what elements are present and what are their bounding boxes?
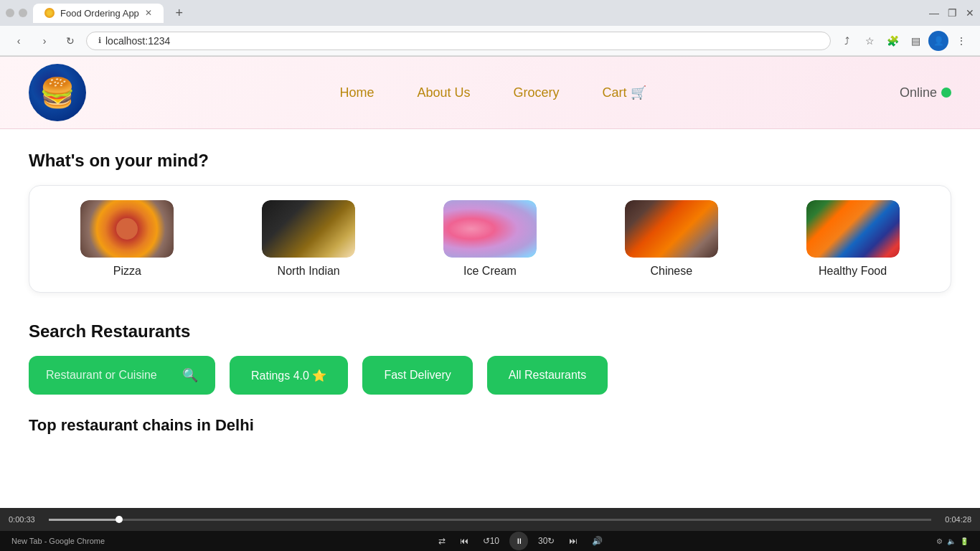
forward-button[interactable]: › (34, 31, 55, 51)
ice-cream-image-wrapper (443, 200, 537, 258)
healthy-label: Healthy Food (819, 265, 887, 278)
nav-home[interactable]: Home (339, 85, 374, 100)
top-restaurants-title: Top restaurant chains in Delhi (29, 416, 951, 435)
browser-titlebar: Food Ordering App ✕ + — ❐ ✕ (0, 0, 980, 26)
pizza-image-wrapper (80, 200, 174, 258)
online-label: Online (900, 85, 937, 100)
chinese-image-wrapper (625, 200, 718, 258)
maximize-dot (19, 9, 27, 17)
category-healthy[interactable]: Healthy Food (799, 200, 907, 278)
search-title: Search Restaurants (29, 321, 951, 342)
navbar: 🍔 Home About Us Grocery Cart 🛒 Online (0, 57, 980, 129)
nav-grocery[interactable]: Grocery (514, 85, 560, 100)
healthy-image-wrapper (806, 200, 900, 258)
nav-about[interactable]: About Us (417, 85, 470, 100)
logo-icon: 🍔 (39, 78, 75, 107)
browser-chrome: Food Ordering App ✕ + — ❐ ✕ ‹ › ↻ ℹ loca… (0, 0, 980, 57)
search-placeholder: Restaurant or Cuisine (46, 369, 175, 382)
ice-cream-label: Ice Cream (463, 265, 517, 278)
online-dot (941, 88, 951, 98)
ice-cream-image (443, 200, 537, 258)
north-indian-image-wrapper (262, 200, 355, 258)
window-close-btn[interactable]: ✕ (966, 7, 974, 19)
window-minimize-btn[interactable]: — (929, 7, 939, 19)
nav-links: Home About Us Grocery Cart 🛒 (339, 85, 646, 100)
north-indian-image (262, 200, 355, 258)
all-restaurants-button[interactable]: All Restaurants (487, 356, 608, 395)
category-ice-cream[interactable]: Ice Cream (436, 200, 544, 278)
main-content: What's on your mind? Pizza North Indian (0, 129, 980, 456)
pizza-image (80, 200, 174, 258)
search-icon: 🔍 (182, 367, 198, 383)
healthy-image (806, 200, 900, 258)
active-tab[interactable]: Food Ordering App ✕ (33, 4, 164, 23)
top-restaurants-section: Top restaurant chains in Delhi (29, 416, 951, 435)
chinese-image (625, 200, 718, 258)
app-logo[interactable]: 🍔 (29, 64, 86, 121)
menu-icon[interactable]: ⋮ (951, 31, 971, 51)
search-filters: Restaurant or Cuisine 🔍 Ratings 4.0 ⭐ Fa… (29, 356, 951, 395)
profile-icon[interactable]: 👤 (928, 31, 948, 51)
fast-delivery-button[interactable]: Fast Delivery (362, 356, 472, 395)
toolbar-actions: ⤴ ☆ 🧩 ▤ 👤 ⋮ (837, 31, 971, 51)
window-restore-btn[interactable]: ❐ (948, 7, 957, 19)
back-button[interactable]: ‹ (9, 31, 29, 51)
tab-close-button[interactable]: ✕ (145, 8, 152, 18)
tab-title: Food Ordering App (60, 8, 139, 19)
chinese-label: Chinese (650, 265, 692, 278)
window-controls (6, 9, 27, 17)
address-bar[interactable]: ℹ localhost:1234 (86, 32, 831, 50)
extensions-icon[interactable]: 🧩 (882, 31, 903, 51)
categories-title: What's on your mind? (29, 151, 951, 171)
ratings-filter-button[interactable]: Ratings 4.0 ⭐ (230, 356, 348, 395)
url-text: localhost:1234 (105, 35, 170, 47)
categories-section: What's on your mind? Pizza North Indian (29, 151, 951, 293)
pizza-label: Pizza (113, 265, 141, 278)
nav-cart[interactable]: Cart 🛒 (603, 85, 646, 100)
reload-button[interactable]: ↻ (60, 31, 80, 51)
sidebar-icon[interactable]: ▤ (905, 31, 925, 51)
app-content: 🍔 Home About Us Grocery Cart 🛒 Online Wh… (0, 57, 980, 487)
minimize-dot (6, 9, 14, 17)
category-pizza[interactable]: Pizza (73, 200, 181, 278)
browser-toolbar: ‹ › ↻ ℹ localhost:1234 ⤴ ☆ 🧩 ▤ 👤 ⋮ (0, 26, 980, 56)
north-indian-label: North Indian (278, 265, 340, 278)
search-input-container[interactable]: Restaurant or Cuisine 🔍 (29, 356, 215, 395)
new-tab-button[interactable]: + (169, 3, 189, 23)
tab-favicon (44, 8, 55, 18)
share-icon[interactable]: ⤴ (837, 31, 857, 51)
online-status: Online (900, 85, 951, 100)
category-chinese[interactable]: Chinese (618, 200, 725, 278)
search-section: Search Restaurants Restaurant or Cuisine… (29, 321, 951, 395)
food-categories-container: Pizza North Indian Ice Cream (29, 185, 951, 293)
category-north-indian[interactable]: North Indian (255, 200, 362, 278)
bookmark-icon[interactable]: ☆ (859, 31, 880, 51)
lock-icon: ℹ (98, 36, 101, 45)
